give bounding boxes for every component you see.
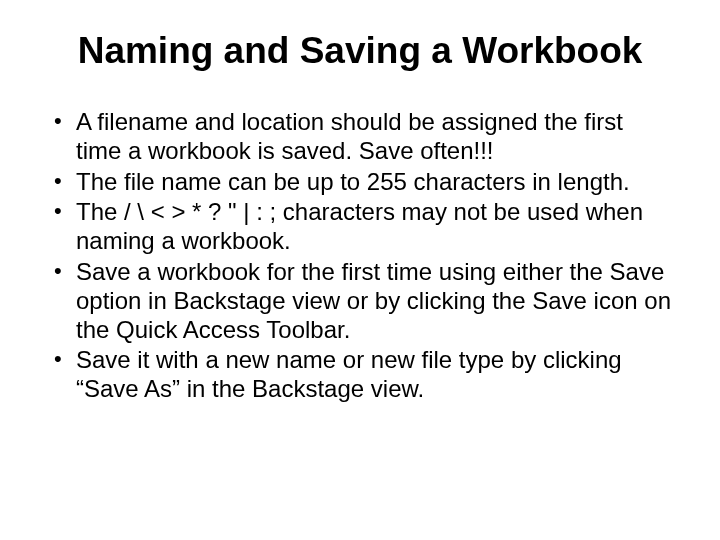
bullet-list: A filename and location should be assign… [48, 108, 672, 404]
list-item: Save a workbook for the first time using… [48, 258, 672, 344]
list-item: The / \ < > * ? " | : ; characters may n… [48, 198, 672, 256]
list-item: The file name can be up to 255 character… [48, 168, 672, 197]
slide-title: Naming and Saving a Workbook [48, 30, 672, 72]
list-item: A filename and location should be assign… [48, 108, 672, 166]
list-item: Save it with a new name or new file type… [48, 346, 672, 404]
